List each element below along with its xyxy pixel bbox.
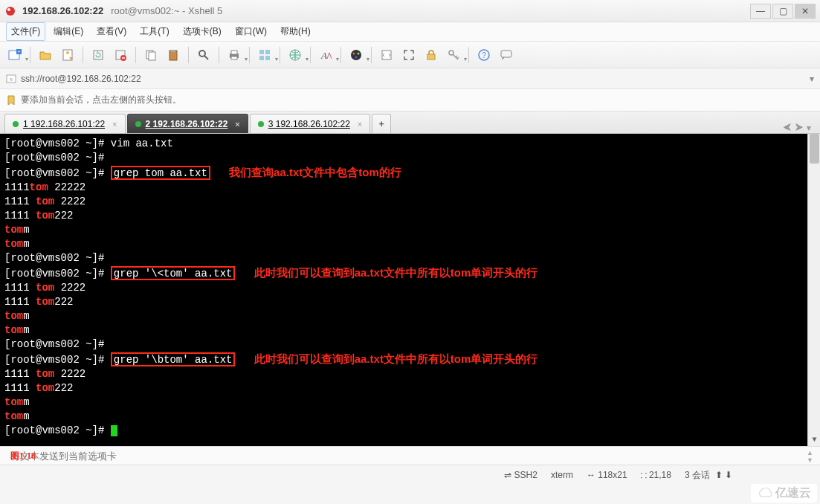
tab-nav-left-icon[interactable]: ⮜ xyxy=(783,123,792,133)
font-icon[interactable]: A▾ xyxy=(317,46,335,64)
address-url[interactable]: ssh://root@192.168.26.102:22 xyxy=(21,74,805,84)
tab-3[interactable]: 3 192.168.26.102:22 × xyxy=(250,114,371,133)
properties-icon[interactable] xyxy=(59,46,77,64)
menu-tabs[interactable]: 选项卡(B) xyxy=(178,22,227,41)
tab-nav-menu-icon[interactable]: ▾ xyxy=(807,123,811,133)
status-dot-icon xyxy=(258,121,264,127)
svg-text:A: A xyxy=(320,50,327,61)
print-icon[interactable]: ▾ xyxy=(225,46,243,64)
menu-file[interactable]: 文件(F) xyxy=(6,22,45,41)
send-input-bar[interactable]: 图1-16 ▲▼ xyxy=(0,446,820,465)
color-icon[interactable]: ▾ xyxy=(347,46,365,64)
ssh-badge-icon: ⎋ xyxy=(6,74,16,84)
svg-rect-10 xyxy=(122,57,125,58)
tab-2[interactable]: 2 192.168.26.102:22 × xyxy=(127,114,248,133)
menu-edit[interactable]: 编辑(E) xyxy=(48,22,88,41)
menu-view[interactable]: 查看(V) xyxy=(91,22,132,41)
fullscreen-icon[interactable] xyxy=(400,46,418,64)
tab-label: 3 192.168.26.102:22 xyxy=(268,119,350,129)
tab-close-icon[interactable]: × xyxy=(112,120,117,129)
annotation-2: 此时我们可以查询到aa.txt文件中所有以tom单词开头的行 xyxy=(254,266,538,279)
tab-close-icon[interactable]: × xyxy=(358,120,362,129)
annotation-1: 我们查询aa.txt文件中包含tom的行 xyxy=(229,166,401,178)
terminal-scrollbar[interactable]: ▲ ▼ xyxy=(807,134,820,446)
cmd-box-3: grep '\btom' aa.txt xyxy=(111,352,236,366)
tab-nav-right-icon[interactable]: ⮞ xyxy=(795,123,804,133)
svg-point-25 xyxy=(351,50,361,60)
watermark-logo: 亿速云 xyxy=(751,484,817,503)
svg-rect-29 xyxy=(382,51,391,59)
svg-point-1 xyxy=(7,8,10,11)
svg-rect-18 xyxy=(231,56,237,59)
status-sessions: 3 会话 ⬆ ⬇ xyxy=(685,469,732,482)
menu-window[interactable]: 窗口(W) xyxy=(230,22,272,41)
tab-1[interactable]: 1 192.168.26.101:22 × xyxy=(4,114,126,133)
titlebar: 192.168.26.102:22 root@vms002:~ - Xshell… xyxy=(0,0,820,22)
svg-point-0 xyxy=(6,7,15,16)
tab-label: 2 192.168.26.102:22 xyxy=(146,119,228,129)
tab-label: 1 192.168.26.101:22 xyxy=(23,119,105,129)
svg-rect-12 xyxy=(149,52,155,60)
hint-text: 要添加当前会话，点击左侧的箭头按钮。 xyxy=(21,94,181,106)
tab-add-button[interactable]: + xyxy=(372,114,391,133)
svg-rect-17 xyxy=(231,51,237,54)
title-session: root@vms002:~ - Xshell 5 xyxy=(111,5,222,16)
status-pos: ⸬ 21,18 xyxy=(641,470,671,480)
addressbar: ⎋ ssh://root@192.168.26.102:22 ▾ xyxy=(0,68,820,89)
svg-text:+: + xyxy=(17,48,20,54)
status-term: xterm xyxy=(551,470,573,480)
svg-rect-22 xyxy=(265,56,270,60)
lock-icon[interactable] xyxy=(422,46,440,64)
terminal[interactable]: [root@vms002 ~]# vim aa.txt [root@vms002… xyxy=(0,134,820,446)
scroll-thumb[interactable] xyxy=(810,134,819,164)
app-icon xyxy=(4,5,16,17)
globe-icon[interactable]: ▾ xyxy=(286,46,304,64)
terminal-cursor xyxy=(111,425,117,436)
new-session-icon[interactable]: +▾ xyxy=(6,46,24,64)
key-icon[interactable]: ▾ xyxy=(445,46,462,64)
svg-rect-19 xyxy=(259,50,264,54)
menu-help[interactable]: 帮助(H) xyxy=(275,22,316,41)
figure-label: 图1-16 xyxy=(10,450,36,462)
statusbar: ⇌ SSH2 xterm ↔ 118x21 ⸬ 21,18 3 会话 ⬆ ⬇ xyxy=(0,465,820,485)
open-icon[interactable] xyxy=(36,46,54,64)
menubar: 文件(F) 编辑(E) 查看(V) 工具(T) 选项卡(B) 窗口(W) 帮助(… xyxy=(0,22,820,42)
chat-icon[interactable] xyxy=(497,46,515,64)
disconnect-icon[interactable] xyxy=(112,46,129,64)
input-scroll[interactable]: ▲▼ xyxy=(807,449,819,462)
tab-close-icon[interactable]: × xyxy=(235,120,239,129)
minimize-button[interactable]: ― xyxy=(750,4,771,19)
svg-rect-30 xyxy=(427,54,435,59)
tabbar: 1 192.168.26.101:22 × 2 192.168.26.102:2… xyxy=(0,112,820,134)
layout-icon[interactable]: ▾ xyxy=(256,46,274,64)
find-icon[interactable] xyxy=(195,46,213,64)
close-button[interactable]: ✕ xyxy=(795,4,816,19)
reconnect-icon[interactable] xyxy=(89,46,107,64)
svg-point-28 xyxy=(355,56,358,58)
annotation-3: 此时我们可以查询到aa.txt文件中所有以tom单词开头的行 xyxy=(254,352,538,365)
script-icon[interactable] xyxy=(378,46,396,64)
copy-icon[interactable] xyxy=(142,46,160,64)
paste-icon[interactable] xyxy=(164,46,182,64)
send-input[interactable] xyxy=(10,450,233,462)
bookmark-icon[interactable] xyxy=(6,95,16,106)
svg-rect-21 xyxy=(259,56,264,60)
status-dot-icon xyxy=(13,121,19,127)
hintbar: 要添加当前会话，点击左侧的箭头按钮。 xyxy=(0,89,820,112)
status-size: ↔ 118x21 xyxy=(587,470,627,480)
maximize-button[interactable]: ▢ xyxy=(772,4,793,19)
address-dropdown-icon[interactable]: ▾ xyxy=(810,74,814,84)
cmd-box-1: grep tom aa.txt xyxy=(111,166,210,180)
toolbar: +▾ ▾ ▾ ▾ A▾ ▾ ▾ ? xyxy=(0,42,820,68)
cmd-box-2: grep '\<tom' aa.txt xyxy=(111,266,236,280)
scroll-down-icon[interactable]: ▼ xyxy=(808,433,820,446)
svg-point-27 xyxy=(358,52,360,54)
menu-tools[interactable]: 工具(T) xyxy=(135,22,174,41)
svg-point-6 xyxy=(66,51,69,54)
help-icon[interactable]: ? xyxy=(475,46,493,64)
status-dot-icon xyxy=(135,121,141,127)
svg-rect-7 xyxy=(94,51,103,59)
status-proto: ⇌ SSH2 xyxy=(504,470,537,480)
svg-point-26 xyxy=(353,52,355,54)
svg-rect-20 xyxy=(265,50,270,54)
